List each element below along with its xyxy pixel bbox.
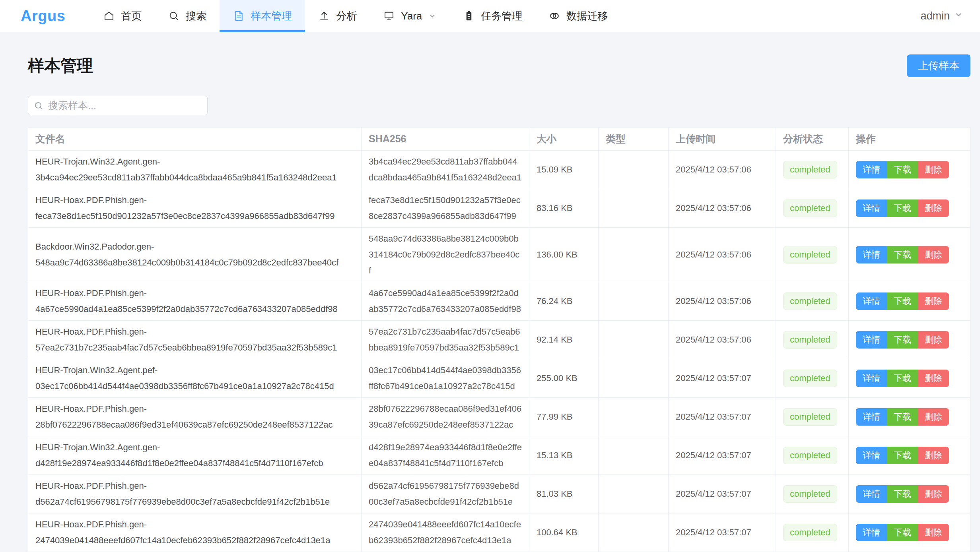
delete-button[interactable]: 删除 — [918, 408, 949, 426]
sha256-text: 2474039e041488eeefd607fc14a10ecfeb62393b… — [369, 517, 522, 548]
download-button[interactable]: 下载 — [887, 161, 918, 178]
cell-actions: 详情 下载 删除 — [849, 513, 970, 552]
table-row: Backdoor.Win32.Padodor.gen-548aa9c74d633… — [28, 228, 970, 282]
download-button[interactable]: 下载 — [887, 199, 918, 217]
nav-item-home[interactable]: 首页 — [90, 0, 155, 32]
cell-status: completed — [776, 321, 849, 359]
detail-button[interactable]: 详情 — [856, 161, 887, 178]
download-button[interactable]: 下载 — [887, 331, 918, 349]
detail-button[interactable]: 详情 — [856, 408, 887, 426]
detail-button[interactable]: 详情 — [856, 447, 887, 464]
cell-size: 81.03 KB — [529, 475, 599, 513]
cell-type — [599, 189, 669, 227]
title-row: 样本管理 上传样本 — [28, 54, 970, 77]
delete-button[interactable]: 删除 — [918, 331, 949, 349]
nav-item-migration[interactable]: 数据迁移 — [535, 0, 621, 32]
search-samples-input[interactable] — [28, 96, 208, 115]
cell-filename: HEUR-Hoax.PDF.Phish.gen-28bf07622296788e… — [28, 398, 362, 436]
uploaded-text: 2025/4/12 03:57:06 — [676, 162, 751, 178]
sha256-text: d428f19e28974ea933446f8d1f8e0e2ffee04a83… — [369, 440, 522, 471]
filename-text: HEUR-Hoax.PDF.Phish.gen-28bf07622296788e… — [35, 401, 354, 433]
filename-text: HEUR-Hoax.PDF.Phish.gen-57ea2c731b7c235a… — [35, 324, 354, 356]
cell-actions: 详情 下载 删除 — [849, 189, 970, 227]
table-row: HEUR-Hoax.PDF.Phish.gen-4a67ce5990ad4a1e… — [28, 282, 970, 321]
delete-button[interactable]: 删除 — [918, 447, 949, 464]
download-button[interactable]: 下载 — [887, 447, 918, 464]
cell-uploaded: 2025/4/12 03:57:06 — [669, 189, 776, 227]
size-text: 92.14 KB — [537, 332, 573, 348]
cell-uploaded: 2025/4/12 03:57:06 — [669, 282, 776, 320]
table-row: HEUR-Trojan.Win32.Agent.gen-d428f19e2897… — [28, 436, 970, 475]
cell-sha256: 4a67ce5990ad4a1ea85ce5399f2f2a0dab35772c… — [362, 282, 529, 320]
nav-item-analysis[interactable]: 分析 — [305, 0, 370, 32]
status-badge: completed — [783, 292, 837, 310]
action-button-group: 详情 下载 删除 — [856, 331, 949, 349]
filename-text: HEUR-Trojan.Win32.Agent.pef-03ec17c06bb4… — [35, 362, 354, 394]
action-button-group: 详情 下载 删除 — [856, 292, 949, 310]
delete-button[interactable]: 删除 — [918, 161, 949, 178]
cell-sha256: d428f19e28974ea933446f8d1f8e0e2ffee04a83… — [362, 436, 529, 475]
download-button[interactable]: 下载 — [887, 370, 918, 387]
size-text: 15.13 KB — [537, 447, 573, 463]
sha256-text: feca73e8d1ec5f150d901232a57f3e0ec8ce2837… — [369, 192, 522, 224]
cell-actions: 详情 下载 删除 — [849, 398, 970, 436]
nav-item-label: 分析 — [336, 9, 357, 23]
download-button[interactable]: 下载 — [887, 524, 918, 541]
brand-logo[interactable]: Argus — [0, 0, 90, 32]
cell-actions: 详情 下载 删除 — [849, 321, 970, 359]
filename-text: HEUR-Hoax.PDF.Phish.gen-4a67ce5990ad4a1e… — [35, 285, 354, 317]
cell-uploaded: 2025/4/12 03:57:07 — [669, 359, 776, 397]
detail-button[interactable]: 详情 — [856, 485, 887, 503]
cell-actions: 详情 下载 删除 — [849, 475, 970, 513]
cell-uploaded: 2025/4/12 03:57:07 — [669, 475, 776, 513]
download-button[interactable]: 下载 — [887, 485, 918, 503]
download-button[interactable]: 下载 — [887, 292, 918, 310]
nav-item-yara[interactable]: Yara — [370, 0, 450, 32]
cell-sha256: 57ea2c731b7c235aab4fac7d57c5eab6bbea8919… — [362, 321, 529, 359]
header-status: 分析状态 — [776, 128, 849, 150]
download-button[interactable]: 下载 — [887, 246, 918, 263]
uploaded-text: 2025/4/12 03:57:07 — [676, 447, 751, 463]
delete-button[interactable]: 删除 — [918, 485, 949, 503]
action-button-group: 详情 下载 删除 — [856, 408, 949, 426]
detail-button[interactable]: 详情 — [856, 524, 887, 541]
nav-item-samples[interactable]: 样本管理 — [220, 0, 305, 32]
delete-button[interactable]: 删除 — [918, 524, 949, 541]
chevron-down-icon — [954, 10, 963, 22]
detail-button[interactable]: 详情 — [856, 246, 887, 263]
table-row: HEUR-Hoax.PDF.Phish.gen-d562a74cf6195679… — [28, 475, 970, 513]
upload-sample-button[interactable]: 上传样本 — [907, 54, 970, 77]
user-menu[interactable]: admin — [920, 0, 980, 32]
upload-icon — [318, 10, 330, 22]
status-badge: completed — [783, 199, 837, 217]
action-button-group: 详情 下载 删除 — [856, 161, 949, 178]
filename-text: Backdoor.Win32.Padodor.gen-548aa9c74d633… — [35, 239, 354, 271]
action-button-group: 详情 下载 删除 — [856, 524, 949, 541]
cell-sha256: 548aa9c74d63386a8be38124c009b0b314184c0c… — [362, 228, 529, 282]
uploaded-text: 2025/4/12 03:57:06 — [676, 332, 751, 348]
status-badge: completed — [783, 524, 837, 541]
detail-button[interactable]: 详情 — [856, 292, 887, 310]
size-text: 76.24 KB — [537, 293, 573, 309]
action-button-group: 详情 下载 删除 — [856, 447, 949, 464]
cell-status: completed — [776, 151, 849, 189]
detail-button[interactable]: 详情 — [856, 370, 887, 387]
table-row: HEUR-Hoax.PDF.Phish.gen-2474039e041488ee… — [28, 513, 970, 552]
action-button-group: 详情 下载 删除 — [856, 485, 949, 503]
download-button[interactable]: 下载 — [887, 408, 918, 426]
sha256-text: 03ec17c06bb414d544f4ae0398db3356ff8fc67b… — [369, 362, 522, 394]
cell-status: completed — [776, 189, 849, 227]
uploaded-text: 2025/4/12 03:57:06 — [676, 200, 751, 216]
cell-actions: 详情 下载 删除 — [849, 436, 970, 475]
delete-button[interactable]: 删除 — [918, 370, 949, 387]
nav-item-tasks[interactable]: 任务管理 — [450, 0, 535, 32]
nav-item-search[interactable]: 搜索 — [155, 0, 220, 32]
delete-button[interactable]: 删除 — [918, 292, 949, 310]
detail-button[interactable]: 详情 — [856, 199, 887, 217]
cell-filename: HEUR-Trojan.Win32.Agent.gen-d428f19e2897… — [28, 436, 362, 475]
detail-button[interactable]: 详情 — [856, 331, 887, 349]
delete-button[interactable]: 删除 — [918, 246, 949, 263]
delete-button[interactable]: 删除 — [918, 199, 949, 217]
nav-item-label: 首页 — [121, 9, 142, 23]
status-badge: completed — [783, 447, 837, 464]
